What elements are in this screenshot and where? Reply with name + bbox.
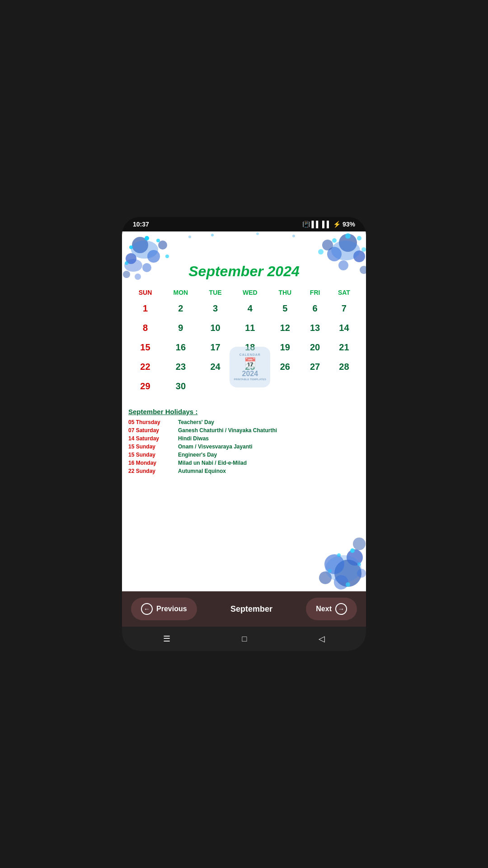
clock: 10:37 <box>133 221 149 228</box>
phone-frame: 10:37 📳 ▌▌ ▌▌ ⚡ 93% <box>122 217 366 651</box>
calendar-day[interactable]: 4 <box>231 299 268 318</box>
calendar-day[interactable]: 15 <box>128 338 162 357</box>
holiday-name: Ganesh Chaturthi / Vinayaka Chaturthi <box>178 427 277 434</box>
calendar-day[interactable] <box>268 377 301 396</box>
holiday-item: 16 MondayMilad un Nabi / Eid-e-Milad <box>128 460 360 466</box>
header-sun: SUN <box>128 286 162 299</box>
holiday-item: 22 SundayAutumnal Equinox <box>128 468 360 474</box>
previous-arrow-icon: ← <box>141 603 153 615</box>
month-title: September 2024 <box>128 236 360 286</box>
holiday-date: 22 Sunday <box>128 468 178 474</box>
holiday-name: Autumnal Equinox <box>178 468 226 474</box>
svg-point-41 <box>346 582 350 587</box>
holiday-date: 05 Thursday <box>128 419 178 425</box>
calendar-day[interactable]: 11 <box>231 318 268 338</box>
calendar-week-row: 891011121314 <box>128 318 360 338</box>
calendar-day[interactable]: 23 <box>162 357 199 377</box>
status-icons: 📳 ▌▌ ▌▌ ⚡ 93% <box>302 221 356 228</box>
snowflake-bottom-decoration <box>285 510 366 591</box>
calendar-day[interactable]: 16 <box>162 338 199 357</box>
calendar-day[interactable]: 8 <box>128 318 162 338</box>
holiday-date: 15 Sunday <box>128 443 178 450</box>
calendar-day[interactable]: 5 <box>268 299 301 318</box>
holiday-name: Hindi Diwas <box>178 435 209 442</box>
calendar-day[interactable]: 17 <box>199 338 231 357</box>
navigation-bar: ← Previous September Next → <box>122 591 366 627</box>
calendar-week-row: 15161718192021 <box>128 338 360 357</box>
previous-label: Previous <box>156 605 187 613</box>
calendar-day[interactable]: 24 <box>199 357 231 377</box>
svg-point-35 <box>353 538 366 550</box>
calendar-week-row: 1234567 <box>128 299 360 318</box>
header-sat: SAT <box>328 286 360 299</box>
holiday-date: 07 Saturday <box>128 427 178 434</box>
calendar-day[interactable] <box>301 377 328 396</box>
calendar-day[interactable]: 20 <box>301 338 328 357</box>
holiday-name: Teachers' Day <box>178 419 214 425</box>
calendar-day[interactable]: 14 <box>328 318 360 338</box>
calendar-day[interactable]: 10 <box>199 318 231 338</box>
calendar-day[interactable]: 26 <box>268 357 301 377</box>
calendar-day[interactable]: 22 <box>128 357 162 377</box>
holiday-item: 15 SundayOnam / Visvesvaraya Jayanti <box>128 443 360 450</box>
calendar-day[interactable] <box>231 377 268 396</box>
calendar-area: September 2024 SUN MON TUE WED THU FRI S… <box>122 231 366 591</box>
calendar-week-row: 2930 <box>128 377 360 396</box>
battery-icon: ⚡ <box>333 221 341 228</box>
calendar-grid: SUN MON TUE WED THU FRI SAT 123456789101… <box>128 286 360 396</box>
battery-level: 93% <box>343 221 355 228</box>
svg-point-37 <box>350 548 355 553</box>
signal-icon: 📳 ▌▌ ▌▌ <box>302 221 331 228</box>
calendar-day[interactable]: 29 <box>128 377 162 396</box>
holiday-date: 15 Sunday <box>128 452 178 458</box>
calendar-content: September 2024 SUN MON TUE WED THU FRI S… <box>122 231 366 401</box>
calendar-day[interactable]: 9 <box>162 318 199 338</box>
calendar-day[interactable]: 30 <box>162 377 199 396</box>
holiday-item: 07 SaturdayGanesh Chaturthi / Vinayaka C… <box>128 427 360 434</box>
header-tue: TUE <box>199 286 231 299</box>
holiday-date: 16 Monday <box>128 460 178 466</box>
calendar-day[interactable]: 2 <box>162 299 199 318</box>
calendar-day[interactable] <box>199 377 231 396</box>
calendar-day[interactable]: CALENDAR📅2024PRINTABLE TEMPLATES25 <box>231 357 268 377</box>
calendar-day[interactable]: 21 <box>328 338 360 357</box>
calendar-day[interactable]: 3 <box>199 299 231 318</box>
system-navigation: ☰ □ ◁ <box>122 627 366 651</box>
calendar-day[interactable]: 28 <box>328 357 360 377</box>
holiday-name: Engineer's Day <box>178 452 217 458</box>
next-arrow-icon: → <box>335 603 347 615</box>
back-button[interactable]: ◁ <box>311 632 332 646</box>
header-wed: WED <box>231 286 268 299</box>
previous-button[interactable]: ← Previous <box>131 598 197 620</box>
holidays-title: September Holidays : <box>128 408 360 415</box>
holiday-item: 15 SundayEngineer's Day <box>128 452 360 458</box>
calendar-day[interactable]: 18 <box>231 338 268 357</box>
holidays-list: 05 ThursdayTeachers' Day07 SaturdayGanes… <box>128 419 360 474</box>
next-button[interactable]: Next → <box>306 598 357 620</box>
next-label: Next <box>316 605 332 613</box>
status-bar: 10:37 📳 ▌▌ ▌▌ ⚡ 93% <box>122 217 366 231</box>
holidays-section: September Holidays : 05 ThursdayTeachers… <box>122 401 366 481</box>
holiday-name: Onam / Visvesvaraya Jayanti <box>178 443 253 450</box>
header-thu: THU <box>268 286 301 299</box>
holiday-item: 05 ThursdayTeachers' Day <box>128 419 360 425</box>
weekday-header-row: SUN MON TUE WED THU FRI SAT <box>128 286 360 299</box>
calendar-day[interactable]: 19 <box>268 338 301 357</box>
calendar-day[interactable]: 6 <box>301 299 328 318</box>
header-mon: MON <box>162 286 199 299</box>
menu-button[interactable]: ☰ <box>156 632 178 646</box>
svg-point-42 <box>325 555 361 582</box>
holiday-name: Milad un Nabi / Eid-e-Milad <box>178 460 247 466</box>
holiday-date: 14 Saturday <box>128 435 178 442</box>
calendar-day[interactable]: 13 <box>301 318 328 338</box>
header-fri: FRI <box>301 286 328 299</box>
calendar-day[interactable]: 12 <box>268 318 301 338</box>
calendar-day[interactable]: 1 <box>128 299 162 318</box>
home-button[interactable]: □ <box>235 632 254 646</box>
calendar-week-row: 222324CALENDAR📅2024PRINTABLE TEMPLATES25… <box>128 357 360 377</box>
calendar-day[interactable] <box>328 377 360 396</box>
calendar-day[interactable]: 7 <box>328 299 360 318</box>
calendar-day[interactable]: 27 <box>301 357 328 377</box>
current-month-label: September <box>230 604 272 614</box>
holiday-item: 14 SaturdayHindi Diwas <box>128 435 360 442</box>
